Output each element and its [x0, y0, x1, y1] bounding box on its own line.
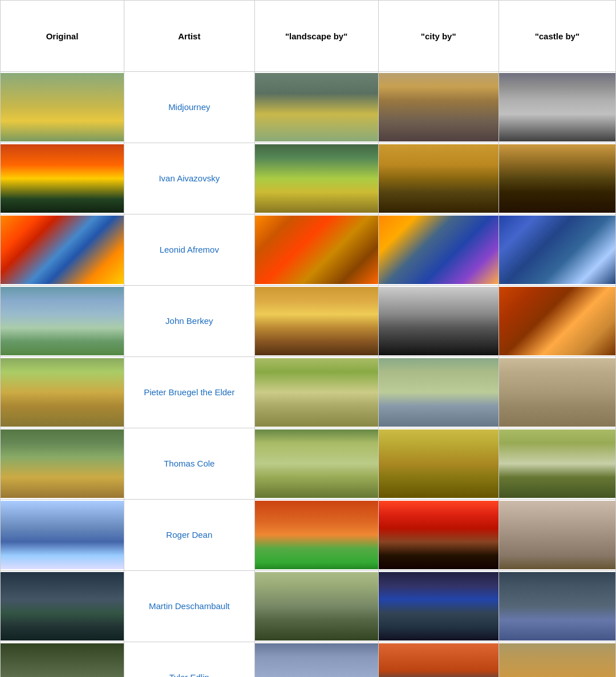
table-row: Martin Deschambault — [1, 571, 616, 642]
original-art-berkey — [1, 286, 124, 357]
table-row: Pieter Bruegel the Elder — [1, 357, 616, 428]
header-original: Original — [1, 1, 124, 72]
original-art-afremov — [1, 214, 124, 286]
original-art-edlin — [1, 642, 124, 678]
table-row: Ivan Aivazovsky — [1, 143, 616, 214]
artist-cell-afremov: Leonid Afremov — [124, 214, 254, 286]
artist-cell-cole: Thomas Cole — [124, 428, 254, 500]
header-city: "city by" — [378, 1, 499, 72]
castle-art-afremov — [499, 214, 615, 286]
city-art-midjourney — [378, 72, 499, 143]
city-art-berkey — [378, 286, 499, 357]
artist-link-berkey[interactable]: John Berkey — [165, 316, 213, 326]
artist-link-cole[interactable]: Thomas Cole — [164, 459, 214, 468]
artist-cell-berkey: John Berkey — [124, 286, 254, 357]
artist-cell-deschambault: Martin Deschambault — [124, 571, 254, 642]
table-row: Thomas Cole — [1, 428, 616, 500]
castle-art-edlin — [499, 642, 615, 678]
landscape-art-bruegel — [254, 357, 378, 428]
table-row: Tyler Edlin — [1, 642, 616, 678]
castle-art-deschambault — [499, 571, 615, 642]
artist-link-bruegel[interactable]: Pieter Bruegel the Elder — [144, 387, 234, 397]
header-castle: "castle by" — [499, 1, 615, 72]
city-art-deschambault — [378, 571, 499, 642]
city-art-bruegel — [378, 357, 499, 428]
landscape-art-cole — [254, 428, 378, 500]
landscape-art-edlin — [254, 642, 378, 678]
landscape-art-afremov — [254, 214, 378, 286]
city-art-afremov — [378, 214, 499, 286]
table-row: Midjourney — [1, 72, 616, 143]
artist-link-midjourney[interactable]: Midjourney — [168, 102, 210, 112]
original-art-midjourney — [1, 72, 124, 143]
header-artist: Artist — [124, 1, 254, 72]
table-row: Leonid Afremov — [1, 214, 616, 286]
castle-art-dean — [499, 500, 615, 571]
landscape-art-aivazovsky — [254, 143, 378, 214]
castle-art-aivazovsky — [499, 143, 615, 214]
original-art-dean — [1, 500, 124, 571]
artist-cell-midjourney: Midjourney — [124, 72, 254, 143]
artist-cell-edlin: Tyler Edlin — [124, 642, 254, 678]
table-row: John Berkey — [1, 286, 616, 357]
artist-link-edlin[interactable]: Tyler Edlin — [169, 672, 209, 677]
city-art-edlin — [378, 642, 499, 678]
landscape-art-berkey — [254, 286, 378, 357]
table-row: Roger Dean — [1, 500, 616, 571]
city-art-aivazovsky — [378, 143, 499, 214]
castle-art-berkey — [499, 286, 615, 357]
artist-link-dean[interactable]: Roger Dean — [166, 530, 212, 540]
castle-art-midjourney — [499, 72, 615, 143]
original-art-deschambault — [1, 571, 124, 642]
castle-art-bruegel — [499, 357, 615, 428]
artist-cell-aivazovsky: Ivan Aivazovsky — [124, 143, 254, 214]
artist-link-afremov[interactable]: Leonid Afremov — [160, 245, 219, 254]
landscape-art-dean — [254, 500, 378, 571]
comparison-table: Original Artist "landscape by" "city by"… — [0, 0, 616, 677]
artist-cell-bruegel: Pieter Bruegel the Elder — [124, 357, 254, 428]
city-art-cole — [378, 428, 499, 500]
header-landscape: "landscape by" — [254, 1, 378, 72]
landscape-art-midjourney — [254, 72, 378, 143]
original-art-bruegel — [1, 357, 124, 428]
city-art-dean — [378, 500, 499, 571]
landscape-art-deschambault — [254, 571, 378, 642]
castle-art-cole — [499, 428, 615, 500]
artist-link-deschambault[interactable]: Martin Deschambault — [149, 601, 230, 611]
original-art-cole — [1, 428, 124, 500]
original-art-aivazovsky — [1, 143, 124, 214]
artist-cell-dean: Roger Dean — [124, 500, 254, 571]
artist-link-aivazovsky[interactable]: Ivan Aivazovsky — [159, 173, 220, 183]
